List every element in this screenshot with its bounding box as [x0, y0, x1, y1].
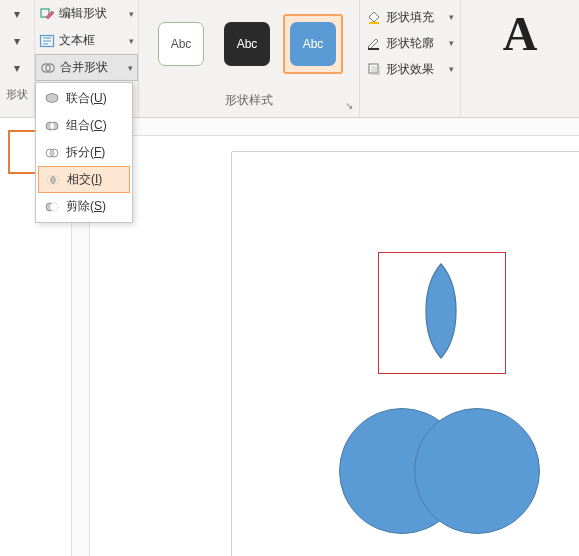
shape-style-gallery: Abc Abc Abc — [139, 0, 359, 83]
chevron-down-icon: ▾ — [449, 12, 454, 22]
merge-shapes-label: 合并形状 — [60, 59, 108, 76]
chevron-down-icon: ▾ — [128, 63, 133, 73]
combine-icon — [44, 118, 60, 134]
shape-effects-button[interactable]: 形状效果 ▾ — [360, 56, 460, 82]
shape-styles-group-label: 形状样式 ↘ — [139, 83, 359, 117]
shape-styles-group: Abc Abc Abc 形状样式 ↘ — [139, 0, 359, 117]
intersect-icon — [45, 172, 61, 188]
dropdown-chevron-icon[interactable]: ▾ — [0, 0, 34, 27]
circle-shape-right[interactable] — [414, 408, 540, 534]
fragment-icon — [44, 145, 60, 161]
edit-shape-button[interactable]: 编辑形状 ▾ — [35, 0, 138, 27]
shape-style-option-1[interactable]: Abc — [151, 14, 211, 74]
text-box-label: 文本框 — [59, 32, 95, 49]
merge-subtract-item[interactable]: 剪除(S) — [38, 193, 130, 220]
svg-rect-4 — [369, 22, 379, 24]
dialog-launcher-icon[interactable]: ↘ — [345, 100, 353, 111]
merge-combine-item[interactable]: 组合(C) — [38, 112, 130, 139]
edit-shape-label: 编辑形状 — [59, 5, 107, 22]
intersect-result-shape[interactable] — [416, 262, 466, 360]
left-narrow-column: ▾ ▾ ▾ 形状 — [0, 0, 35, 117]
svg-point-15 — [50, 203, 58, 211]
shape-fill-button[interactable]: 形状填充 ▾ — [360, 4, 460, 30]
pen-outline-icon — [366, 35, 382, 51]
wordart-style-preview[interactable]: A — [503, 10, 538, 58]
merge-intersect-item[interactable]: 相交(I) — [38, 166, 130, 193]
svg-rect-7 — [371, 66, 380, 75]
shape-effects-label: 形状效果 — [386, 61, 434, 78]
text-box-button[interactable]: 文本框 ▾ — [35, 27, 138, 54]
text-box-icon — [39, 33, 55, 49]
merge-shapes-dropdown: 联合(U) 组合(C) 拆分(F) 相交(I) 剪除(S) — [35, 82, 133, 223]
chevron-down-icon: ▾ — [129, 36, 134, 46]
chevron-down-icon: ▾ — [129, 9, 134, 19]
svg-rect-5 — [368, 48, 379, 50]
insert-shape-partial-label: 形状 — [0, 81, 34, 108]
shape-format-group: 形状填充 ▾ 形状轮廓 ▾ 形状效果 ▾ — [360, 0, 460, 117]
merge-union-item[interactable]: 联合(U) — [38, 85, 130, 112]
shape-outline-button[interactable]: 形状轮廓 ▾ — [360, 30, 460, 56]
shape-style-preview: Abc — [224, 22, 270, 66]
union-icon — [44, 91, 60, 107]
merge-shapes-icon — [40, 60, 56, 76]
shape-fill-label: 形状填充 — [386, 9, 434, 26]
shape-style-preview: Abc — [290, 22, 336, 66]
slide-canvas[interactable] — [90, 118, 579, 556]
merge-shapes-button[interactable]: 合并形状 ▾ — [35, 54, 138, 81]
edit-shape-icon — [39, 6, 55, 22]
shape-style-option-2[interactable]: Abc — [217, 14, 277, 74]
effects-icon — [366, 61, 382, 77]
chevron-down-icon: ▾ — [449, 38, 454, 48]
subtract-icon — [44, 199, 60, 215]
merge-fragment-item[interactable]: 拆分(F) — [38, 139, 130, 166]
chevron-down-icon: ▾ — [449, 64, 454, 74]
dropdown-chevron-icon[interactable]: ▾ — [0, 54, 34, 81]
paint-bucket-icon — [366, 9, 382, 25]
dropdown-chevron-icon[interactable]: ▾ — [0, 27, 34, 54]
shape-style-preview: Abc — [158, 22, 204, 66]
horizontal-ruler — [90, 118, 579, 136]
wordart-styles-group: A — [461, 0, 579, 117]
shape-style-option-3[interactable]: Abc — [283, 14, 343, 74]
shape-outline-label: 形状轮廓 — [386, 35, 434, 52]
